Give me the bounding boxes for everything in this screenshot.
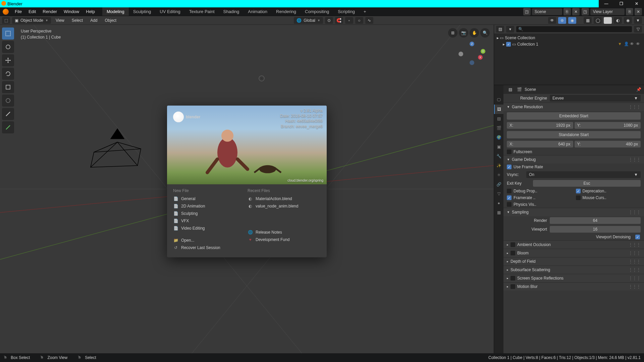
outliner-filter-icon[interactable]: ▽ [634,26,642,33]
gizmos-toggle-icon[interactable]: ⊕ [558,17,566,24]
framerate-checkbox[interactable] [507,195,512,200]
tab-world[interactable]: 🌍 [494,133,503,142]
disable-icon[interactable]: 👁 [636,42,641,47]
workspace-add[interactable]: + [359,7,371,16]
fullscreen-checkbox[interactable] [507,149,512,154]
tool-select-box[interactable] [2,27,14,40]
view-zoom-icon[interactable]: 🔍 [480,28,490,38]
debug-prop-checkbox[interactable] [507,189,512,193]
proportional-falloff-icon[interactable]: ∿ [365,17,373,24]
shading-material-icon[interactable]: ◐ [614,17,622,24]
deprecation-checkbox[interactable] [576,189,581,193]
workspace-sculpting[interactable]: Sculpting [129,7,155,16]
embedded-x-field[interactable]: X:1920 px [507,122,573,129]
header-menu-view[interactable]: View [53,17,67,24]
exit-key-field[interactable]: Esc [533,180,641,187]
outliner-search[interactable]: 🔍 [516,26,632,32]
viewlayer-browse-icon[interactable]: ◳ [582,8,589,15]
standalone-y-field[interactable]: Y:480 px [575,141,641,147]
recover-last-session[interactable]: ↺Recover Last Session [172,244,247,251]
viewport-samples-field[interactable]: 16 [550,226,641,233]
workspace-animation[interactable]: Animation [244,7,272,16]
props-editor-icon[interactable]: ▤ [506,86,514,93]
exclude-icon[interactable]: ▼ [618,42,623,47]
workspace-uv-editing[interactable]: UV Editing [155,7,184,16]
panel-screen-space-reflections[interactable]: ▸Screen Space Reflections⋮⋮⋮ [503,274,644,282]
header-menu-object[interactable]: Object [102,17,119,24]
viewlayer-name-field[interactable]: View Layer [590,8,625,15]
tab-material[interactable]: ● [494,198,503,208]
tab-object[interactable]: ▣ [494,142,503,152]
standalone-x-field[interactable]: X:640 px [507,141,573,147]
tab-scene[interactable]: 🎬 [494,123,503,133]
blender-logo-icon[interactable] [3,9,9,15]
tab-render[interactable]: 🖵 [494,95,503,105]
tool-cursor[interactable] [2,41,14,53]
tool-measure[interactable] [2,121,14,133]
proportional-icon[interactable]: ○ [355,17,363,24]
shading-solid-icon[interactable]: ● [604,17,612,24]
close-button[interactable]: ✕ [629,0,644,7]
tab-output[interactable]: 🖼 [494,105,503,114]
scene-name-field[interactable]: Scene [532,8,562,15]
axis-neg-z[interactable] [470,60,474,65]
outliner-scene-collection[interactable]: ▸ ▭ Scene Collection [497,35,641,41]
motion-blur-enable-checkbox[interactable] [511,284,515,289]
development-fund-link[interactable]: ♥Development Fund [247,236,321,243]
menu-render[interactable]: Render [39,7,60,16]
viewport-denoising-checkbox[interactable] [635,235,640,239]
minimize-button[interactable]: — [599,0,614,7]
workspace-shading[interactable]: Shading [219,7,244,16]
workspace-scripting[interactable]: Scripting [333,7,359,16]
header-menu-select[interactable]: Select [69,17,86,24]
workspace-compositing[interactable]: Compositing [301,7,333,16]
workspace-modeling[interactable]: Modeling [102,7,129,16]
tool-transform[interactable] [2,95,14,107]
scene-delete-icon[interactable]: ✕ [572,8,580,15]
tool-rotate[interactable] [2,68,14,80]
snap-icon[interactable]: 🧲 [335,17,343,24]
pin-icon[interactable]: 📌 [636,87,641,92]
tool-annotate[interactable] [2,108,14,120]
object-types-icon[interactable]: 👁 [548,17,556,24]
menu-edit[interactable]: Edit [25,7,39,16]
pivot-icon[interactable]: ⊙ [325,17,333,24]
ao-enable-checkbox[interactable] [511,242,515,247]
panel-ambient-occlusion[interactable]: ▸Ambient Occlusion⋮⋮⋮ [503,240,644,249]
workspace-texture-paint[interactable]: Texture Paint [185,7,219,16]
tab-physics[interactable]: ⚛ [494,170,503,180]
outliner-collection-1[interactable]: ▸ ▭ Collection 1 ▼ 👤 👁 👁 [497,41,641,48]
object-mode-dropdown[interactable]: ▣ Object Mode ▼ [12,17,51,24]
physics-vis-checkbox[interactable] [507,202,512,207]
viewlayer-new-icon[interactable]: ⎘ [626,8,633,15]
panel-sampling[interactable]: ▼Sampling⋮⋮⋮ [503,208,644,216]
orientation-gizmo[interactable]: Z Y X [459,42,485,68]
xray-icon[interactable]: ▦ [584,17,592,24]
axis-z[interactable]: Z [470,42,474,46]
panel-game-resolution[interactable]: ▼Game Resolution⋮⋮⋮ [503,103,644,111]
scene-browse-icon[interactable]: ◳ [523,8,531,15]
mouse-cursor-checkbox[interactable] [576,195,581,200]
embedded-start-button[interactable]: Embedded Start [507,112,641,120]
outliner-display-mode[interactable]: ▤ [496,26,504,33]
header-menu-add[interactable]: Add [88,17,100,24]
view-camera-icon[interactable]: 📷 [459,28,468,38]
use-frame-rate-checkbox[interactable] [507,165,512,169]
outliner-view-icon[interactable]: ▾ [506,26,514,33]
tab-modifiers[interactable]: 🔧 [494,152,503,161]
maximize-button[interactable]: ❐ [614,0,629,7]
view-pan-icon[interactable]: ✋ [470,28,479,38]
newfile-general[interactable]: 📄General [172,195,247,202]
axis-y[interactable]: Y [481,49,485,54]
menu-window[interactable]: Window [60,7,83,16]
newfile-2d-animation[interactable]: 📄2D Animation [172,202,247,210]
tab-particles[interactable]: ✨ [494,161,503,170]
viewlayer-delete-icon[interactable]: ✕ [635,8,642,15]
shading-rendered-icon[interactable]: ◉ [624,17,632,24]
tab-viewlayer[interactable]: ▤ [494,114,503,123]
vsync-dropdown[interactable]: On▼ [526,171,641,178]
recent-file-2[interactable]: ◐value_node_anim.blend [247,202,321,210]
ssr-enable-checkbox[interactable] [511,276,515,281]
tool-move[interactable] [2,54,14,66]
embedded-y-field[interactable]: Y:1080 px [575,122,641,129]
